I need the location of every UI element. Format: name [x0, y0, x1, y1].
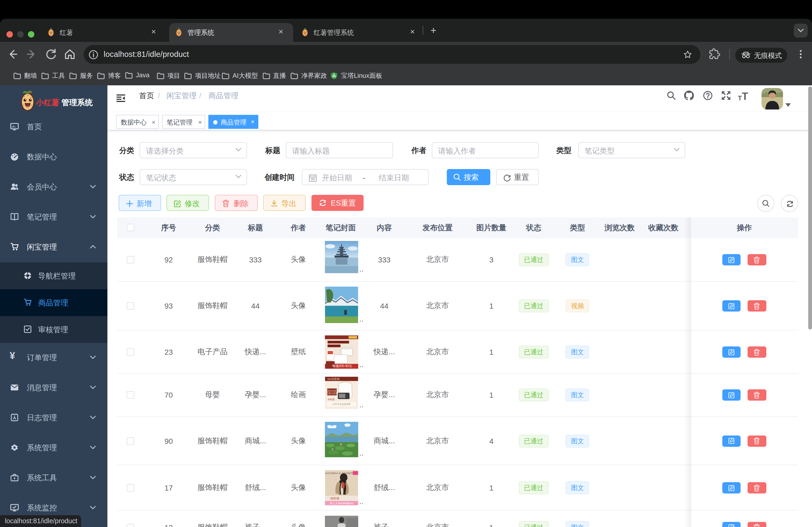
- svg-text:双层大容量: 双层大容量: [326, 392, 338, 395]
- svg-text:轻舒绒: 轻舒绒: [330, 497, 339, 500]
- svg-text:141点: 141点: [328, 398, 335, 401]
- svg-text:14年专业品质保障: 14年专业品质保障: [332, 403, 351, 405]
- svg-text:388母婴期: 388母婴期: [327, 377, 339, 380]
- svg-text:背奶出行露营: 背奶出行露营: [326, 389, 338, 392]
- svg-text:新人入会¥398减¥40: 新人入会¥398减¥40: [330, 502, 354, 505]
- svg-text:每满200-30元: 每满200-30元: [332, 364, 352, 368]
- svg-text:VICTORIA'S SECRET: VICTORIA'S SECRET: [325, 472, 353, 475]
